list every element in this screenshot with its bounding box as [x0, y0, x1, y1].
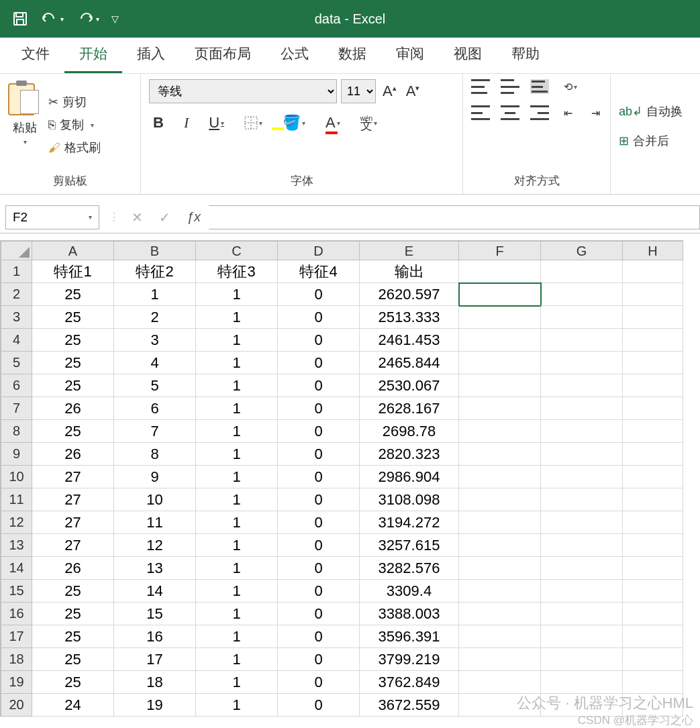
- cell[interactable]: 0: [278, 397, 360, 420]
- cell[interactable]: 2698.78: [360, 420, 459, 443]
- cell[interactable]: 26: [32, 397, 114, 420]
- cell[interactable]: 0: [278, 466, 360, 488]
- cell[interactable]: [541, 260, 623, 283]
- cell[interactable]: [459, 488, 541, 511]
- name-box[interactable]: F2▾: [5, 205, 99, 229]
- cell[interactable]: [459, 580, 541, 603]
- cell[interactable]: 25: [32, 671, 114, 694]
- cell[interactable]: [459, 352, 541, 374]
- col-header-G[interactable]: G: [541, 240, 623, 260]
- cell[interactable]: 1: [196, 283, 278, 306]
- row-header[interactable]: 10: [0, 466, 32, 488]
- cell[interactable]: 3799.219: [360, 648, 459, 671]
- menu-review[interactable]: 审阅: [381, 36, 439, 73]
- cell[interactable]: 16: [114, 625, 196, 648]
- cell[interactable]: [459, 511, 541, 534]
- cell[interactable]: 25: [32, 329, 114, 352]
- row-header[interactable]: 16: [0, 603, 32, 625]
- cell[interactable]: 25: [32, 603, 114, 625]
- cell[interactable]: [623, 625, 683, 648]
- cell[interactable]: 特征1: [32, 260, 114, 283]
- cell[interactable]: 27: [32, 534, 114, 557]
- cell[interactable]: 1: [196, 603, 278, 625]
- font-size-select[interactable]: 11: [341, 79, 376, 103]
- font-name-select[interactable]: 等线: [149, 79, 337, 103]
- cell[interactable]: 1: [196, 374, 278, 397]
- cell[interactable]: 1: [196, 352, 278, 374]
- row-header[interactable]: 5: [0, 352, 32, 374]
- cell[interactable]: 3762.849: [360, 671, 459, 694]
- menu-layout[interactable]: 页面布局: [180, 36, 266, 73]
- col-header-H[interactable]: H: [623, 240, 683, 260]
- save-icon[interactable]: [12, 11, 28, 27]
- border-button[interactable]: ▾: [240, 115, 266, 131]
- cell[interactable]: 25: [32, 352, 114, 374]
- wrap-text-button[interactable]: ab↲自动换: [619, 103, 690, 119]
- cell[interactable]: 输出: [360, 260, 459, 283]
- cell[interactable]: [541, 534, 623, 557]
- row-header[interactable]: 1: [0, 260, 32, 283]
- align-top-button[interactable]: [471, 79, 490, 94]
- row-header[interactable]: 15: [0, 580, 32, 603]
- cell[interactable]: [623, 260, 683, 283]
- row-header[interactable]: 13: [0, 534, 32, 557]
- cell[interactable]: 4: [114, 352, 196, 374]
- cell[interactable]: 25: [32, 283, 114, 306]
- cell[interactable]: 1: [196, 397, 278, 420]
- cell[interactable]: [459, 557, 541, 580]
- formula-input[interactable]: [209, 205, 700, 229]
- cell[interactable]: 1: [196, 511, 278, 534]
- cell[interactable]: 17: [114, 648, 196, 671]
- cell[interactable]: 0: [278, 329, 360, 352]
- cell[interactable]: [541, 671, 623, 694]
- cancel-formula-button[interactable]: ✕: [123, 209, 151, 225]
- cell[interactable]: 25: [32, 648, 114, 671]
- cell[interactable]: [459, 329, 541, 352]
- cell[interactable]: [459, 603, 541, 625]
- cell[interactable]: [541, 283, 623, 306]
- row-header[interactable]: 7: [0, 397, 32, 420]
- cell[interactable]: [623, 329, 683, 352]
- align-center-button[interactable]: [501, 105, 519, 120]
- cell[interactable]: 6: [114, 397, 196, 420]
- cell[interactable]: 1: [196, 580, 278, 603]
- cell[interactable]: [623, 671, 683, 694]
- cell[interactable]: [541, 557, 623, 580]
- cell[interactable]: 27: [32, 511, 114, 534]
- menu-help[interactable]: 帮助: [497, 36, 554, 73]
- cell[interactable]: 24: [32, 694, 114, 717]
- cell[interactable]: 27: [32, 466, 114, 488]
- cell[interactable]: [541, 329, 623, 352]
- cell[interactable]: [623, 557, 683, 580]
- row-header[interactable]: 6: [0, 374, 32, 397]
- cell[interactable]: [623, 352, 683, 374]
- copy-button[interactable]: ⎘复制▾: [48, 117, 101, 133]
- cell[interactable]: 0: [278, 511, 360, 534]
- cell[interactable]: [541, 648, 623, 671]
- cell[interactable]: 3282.576: [360, 557, 459, 580]
- cell[interactable]: 10: [114, 488, 196, 511]
- cell[interactable]: [623, 580, 683, 603]
- cell[interactable]: 19: [114, 694, 196, 717]
- row-header[interactable]: 3: [0, 306, 32, 329]
- cell[interactable]: 2465.844: [360, 352, 459, 374]
- cell[interactable]: 1: [196, 557, 278, 580]
- cell[interactable]: [541, 580, 623, 603]
- orientation-button[interactable]: ⟲▾: [560, 79, 581, 95]
- cell[interactable]: 25: [32, 580, 114, 603]
- cut-button[interactable]: ✂剪切: [48, 94, 101, 110]
- col-header-F[interactable]: F: [459, 240, 541, 260]
- cell[interactable]: 25: [32, 374, 114, 397]
- cell[interactable]: [541, 306, 623, 329]
- redo-icon[interactable]: ▾: [76, 12, 99, 25]
- align-right-button[interactable]: [530, 105, 549, 120]
- cell[interactable]: 13: [114, 557, 196, 580]
- cell[interactable]: [541, 466, 623, 488]
- cell[interactable]: [623, 648, 683, 671]
- cell[interactable]: 3: [114, 329, 196, 352]
- cell[interactable]: 2: [114, 306, 196, 329]
- cell[interactable]: 1: [196, 625, 278, 648]
- cell[interactable]: [459, 397, 541, 420]
- row-header[interactable]: 4: [0, 329, 32, 352]
- col-header-E[interactable]: E: [360, 240, 459, 260]
